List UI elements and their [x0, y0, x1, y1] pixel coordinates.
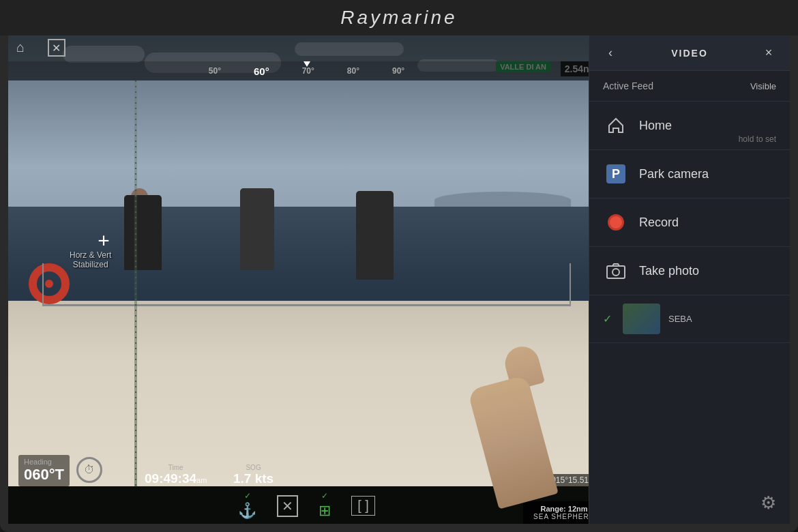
home-menu-sublabel: hold to set	[739, 134, 776, 144]
video-area: ⌂ ✕ VALLE DI AN 2.54nm 50° 60° 70° 80° 9…	[8, 35, 605, 524]
compass-deg-90: 90°	[392, 66, 404, 76]
thumbnail-check: ✓	[603, 312, 612, 325]
compass-deg-60: 60°	[254, 65, 269, 77]
stabilized-label: Horz & Vert	[70, 250, 111, 260]
vert-scale-bar	[134, 80, 137, 486]
panel-title: VIDEO	[621, 48, 758, 59]
visible-badge: Visible	[750, 81, 776, 91]
menu-item-home[interactable]: Home hold to set	[589, 102, 790, 150]
person-left	[124, 188, 158, 270]
compass-deg-70: 70°	[302, 66, 314, 76]
menu-item-photo[interactable]: Take photo	[589, 247, 790, 295]
brand-name: Raymarine	[340, 7, 457, 29]
active-feed-label: Active Feed	[603, 80, 653, 91]
time-value: 09:49:34am	[145, 471, 207, 486]
record-menu-icon	[603, 209, 629, 235]
menu-item-record[interactable]: Record	[589, 198, 790, 247]
time-ampm: am	[196, 476, 207, 484]
heading-display: Heading 060°T	[18, 455, 70, 486]
stabilized-label2: Stabilized	[70, 260, 111, 269]
stabilized-text: Horz & Vert Stabilized	[70, 250, 111, 269]
park-menu-label: Park camera	[639, 167, 709, 181]
sog-display: SOG 1.7 kts	[233, 464, 274, 486]
panel-back-button[interactable]: ‹	[600, 42, 621, 64]
photo-menu-label: Take photo	[639, 264, 699, 278]
bottom-icon-anchor[interactable]: ✓ ⚓	[238, 491, 256, 520]
thumbnail-image	[623, 304, 660, 334]
svg-rect-0	[607, 266, 625, 278]
panel-close-button[interactable]: ×	[758, 42, 780, 64]
device-bezel: Raymarine	[0, 0, 798, 532]
grid-checkmark: ✓	[321, 491, 328, 501]
side-panel: ‹ VIDEO × Active Feed Visible Home hold …	[589, 35, 790, 524]
time-label: Time	[145, 464, 207, 471]
hud-top-bar: ⌂ ✕	[8, 35, 605, 61]
compass-bar: 50° 60° 70° 80° 90°	[8, 61, 605, 80]
svg-point-1	[612, 269, 619, 276]
menu-item-park[interactable]: P Park camera	[589, 150, 790, 198]
bottom-icon-grid[interactable]: ✓ ⊞	[319, 491, 331, 520]
person-center	[240, 188, 274, 270]
ship-railing	[42, 304, 571, 306]
compass-deg-50: 50°	[209, 66, 221, 76]
timer-icon: ⏱	[76, 457, 102, 483]
person-right	[356, 198, 390, 280]
heading-value: 060°T	[24, 466, 64, 484]
hud-home-icon[interactable]: ⌂	[16, 40, 34, 57]
sog-label: SOG	[233, 464, 274, 471]
reticle: +	[98, 229, 110, 252]
park-p-icon: P	[606, 164, 625, 183]
active-feed-section: Active Feed Visible	[589, 71, 790, 102]
grid-icon: ⊞	[319, 502, 331, 520]
bottom-icon-bracket[interactable]: [ ]	[351, 494, 375, 516]
main-screen: ⌂ ✕ VALLE DI AN 2.54nm 50° 60° 70° 80° 9…	[8, 35, 790, 524]
bracket-icon: [ ]	[351, 496, 375, 516]
thumbnail-name: SEBA	[668, 314, 692, 324]
home-menu-icon	[603, 113, 629, 138]
home-menu-label: Home	[639, 119, 672, 133]
park-menu-icon: P	[603, 161, 629, 187]
record-menu-label: Record	[639, 216, 679, 230]
bottom-icon-x[interactable]: ✕	[277, 494, 298, 517]
sog-value: 1.7 kts	[233, 471, 274, 486]
panel-header: ‹ VIDEO ×	[589, 35, 790, 71]
anchor-checkmark: ✓	[244, 491, 251, 501]
anchor-icon: ⚓	[238, 502, 256, 520]
gear-icon[interactable]: ⚙	[760, 492, 776, 514]
record-circle-icon	[608, 214, 624, 231]
hud-x-icon[interactable]: ✕	[48, 39, 65, 57]
compass-deg-80: 80°	[347, 66, 359, 76]
camera-menu-icon	[603, 258, 629, 284]
x-icon: ✕	[277, 495, 298, 517]
brand-bar: Raymarine	[0, 0, 798, 35]
heading-label: Heading	[24, 458, 64, 466]
time-display: Time 09:49:34am	[145, 464, 207, 486]
thumbnail-section[interactable]: ✓ SEBA	[589, 295, 790, 343]
